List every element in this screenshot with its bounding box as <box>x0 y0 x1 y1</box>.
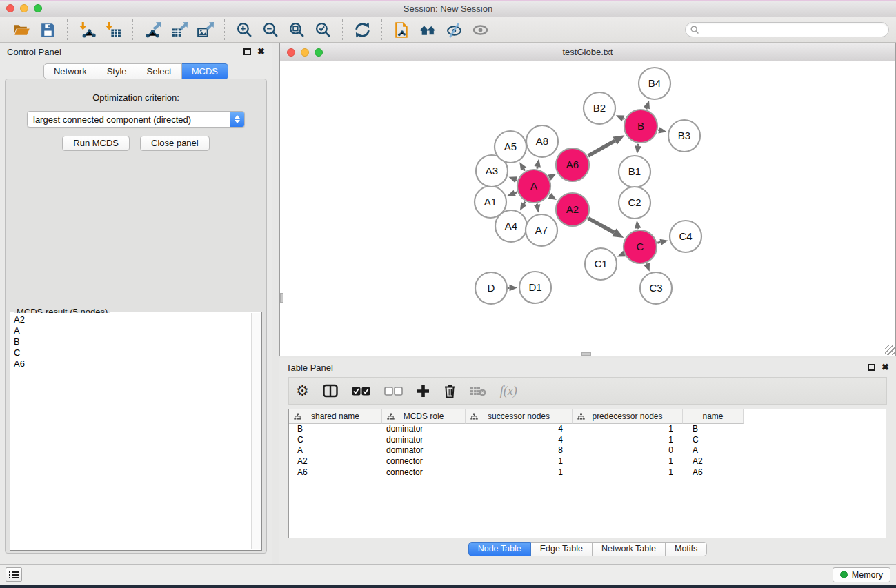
search-field[interactable] <box>685 22 889 37</box>
result-item-a2[interactable]: A2 <box>11 314 251 325</box>
add-column-icon[interactable] <box>417 382 430 400</box>
close-panel-icon[interactable]: ✖ <box>257 48 265 55</box>
split-columns-icon[interactable] <box>323 382 338 400</box>
table-cell[interactable]: dominator <box>382 424 466 435</box>
hide-graphics-details-icon[interactable] <box>444 19 464 40</box>
table-row[interactable]: Cdominator41C <box>289 435 886 446</box>
table-row[interactable]: Bdominator41B <box>289 424 886 435</box>
float-panel-icon[interactable] <box>243 48 251 55</box>
table-cell[interactable]: 4 <box>466 424 573 435</box>
show-graphics-details-icon[interactable] <box>470 19 490 40</box>
result-scrollbar[interactable] <box>251 313 261 549</box>
table-cell[interactable]: A <box>289 445 382 456</box>
column-header-shared-name[interactable]: shared name <box>289 409 382 424</box>
new-network-from-file-icon[interactable] <box>391 19 412 40</box>
select-all-columns-icon[interactable] <box>352 382 370 400</box>
row-list-icon[interactable] <box>6 567 22 582</box>
table-cell[interactable]: 1 <box>466 467 573 478</box>
edge-A-A1[interactable] <box>515 192 517 193</box>
table-cell[interactable]: C <box>683 435 744 446</box>
tab-node-table[interactable]: Node Table <box>468 542 531 556</box>
table-cell[interactable]: A2 <box>289 456 382 467</box>
column-header-successor-nodes[interactable]: successor nodes <box>466 409 573 424</box>
home-views-icon[interactable] <box>417 19 438 40</box>
panel-splitter-vertical[interactable] <box>272 43 279 564</box>
run-mcds-button[interactable]: Run MCDS <box>62 136 130 151</box>
tab-edge-table[interactable]: Edge Table <box>531 542 593 556</box>
tab-motifs[interactable]: Motifs <box>666 542 707 556</box>
table-row[interactable]: Adominator80A <box>289 445 886 456</box>
toolbar-separator <box>342 19 343 40</box>
network-window-titlebar[interactable]: testGlobe.txt <box>280 43 895 61</box>
open-session-icon[interactable] <box>11 19 32 40</box>
zoom-in-icon[interactable] <box>234 19 255 40</box>
float-panel-icon[interactable] <box>868 364 875 371</box>
search-input[interactable] <box>699 23 888 36</box>
result-item-a6[interactable]: A6 <box>11 358 251 369</box>
criterion-dropdown-value: largest connected component (directed) <box>28 114 230 125</box>
close-panel-icon[interactable]: ✖ <box>882 364 889 371</box>
table-cell[interactable]: connector <box>382 456 466 467</box>
table-cell[interactable]: C <box>289 435 382 446</box>
zoom-out-icon[interactable] <box>260 19 281 40</box>
splitter-grip-icon[interactable] <box>581 352 591 356</box>
tab-select[interactable]: Select <box>137 63 182 79</box>
edge-A-A2[interactable] <box>549 195 550 196</box>
table-row[interactable]: A2connector11A2 <box>289 456 886 467</box>
table-cell[interactable]: 8 <box>466 445 573 456</box>
edge-B-B2[interactable] <box>623 119 624 119</box>
table-cell[interactable]: 1 <box>573 467 683 478</box>
table-cell[interactable]: 1 <box>573 456 683 467</box>
column-header-predecessor-nodes[interactable]: predecessor nodes <box>573 409 683 424</box>
column-header-name[interactable]: name <box>683 409 744 424</box>
tab-network-table[interactable]: Network Table <box>593 542 666 556</box>
import-network-icon[interactable] <box>77 19 97 40</box>
table-cell[interactable]: 1 <box>573 424 683 435</box>
import-table-icon[interactable] <box>103 19 123 40</box>
edge-A6-B[interactable] <box>588 141 615 156</box>
table-cell[interactable]: connector <box>382 467 466 478</box>
zoom-fit-icon[interactable] <box>286 19 307 40</box>
tab-network[interactable]: Network <box>43 63 97 79</box>
column-header-mcds-role[interactable]: MCDS role <box>382 409 466 424</box>
table-cell[interactable]: A6 <box>289 467 382 478</box>
table-cell[interactable]: dominator <box>382 435 466 446</box>
gear-icon[interactable]: ⚙ <box>296 382 309 400</box>
tab-style[interactable]: Style <box>97 63 137 79</box>
table-cell[interactable]: A2 <box>683 456 744 467</box>
tab-mcds[interactable]: MCDS <box>182 63 228 79</box>
criterion-dropdown[interactable]: largest connected component (directed) <box>27 111 245 128</box>
table-cell[interactable]: dominator <box>382 445 466 456</box>
network-canvas[interactable]: AA1A2A3A4A5A6A7A8BB1B2B3B4CC1C2C3C4DD1 <box>280 61 895 356</box>
table-cell[interactable]: A6 <box>683 467 744 478</box>
table-cell[interactable]: 4 <box>466 435 573 446</box>
network-graph[interactable]: AA1A2A3A4A5A6A7A8BB1B2B3B4CC1C2C3C4DD1 <box>280 61 895 356</box>
edge-A2-C[interactable] <box>588 219 615 233</box>
table-cell[interactable]: B <box>683 424 744 435</box>
memory-button[interactable]: Memory <box>833 567 890 582</box>
table-cell[interactable]: A <box>683 445 744 456</box>
edge-C-C4[interactable] <box>657 242 660 243</box>
result-item-c[interactable]: C <box>11 347 251 358</box>
table-cell[interactable]: B <box>289 424 382 435</box>
resize-corner-icon[interactable] <box>885 345 895 355</box>
table-cell[interactable]: 1 <box>573 435 683 446</box>
splitter-grip-icon[interactable] <box>280 293 283 303</box>
table-row[interactable]: A6connector11A6 <box>289 467 886 478</box>
export-table-icon[interactable] <box>168 19 189 40</box>
table-cell[interactable]: 0 <box>573 445 683 456</box>
result-item-a[interactable]: A <box>11 325 251 336</box>
result-item-b[interactable]: B <box>11 336 251 347</box>
edge-A-A5[interactable] <box>524 169 524 170</box>
delete-column-icon[interactable] <box>444 382 456 400</box>
unselect-all-columns-icon[interactable] <box>384 382 403 400</box>
edge-A-A4[interactable] <box>524 202 526 204</box>
export-network-icon[interactable] <box>142 19 163 40</box>
refresh-icon[interactable] <box>352 19 372 40</box>
save-session-icon[interactable] <box>37 19 58 40</box>
zoom-selected-icon[interactable] <box>312 19 333 40</box>
table-cell[interactable]: 1 <box>466 456 573 467</box>
close-panel-button[interactable]: Close panel <box>140 136 210 151</box>
export-image-icon[interactable] <box>195 19 215 40</box>
edge-B-B4[interactable] <box>646 108 647 110</box>
